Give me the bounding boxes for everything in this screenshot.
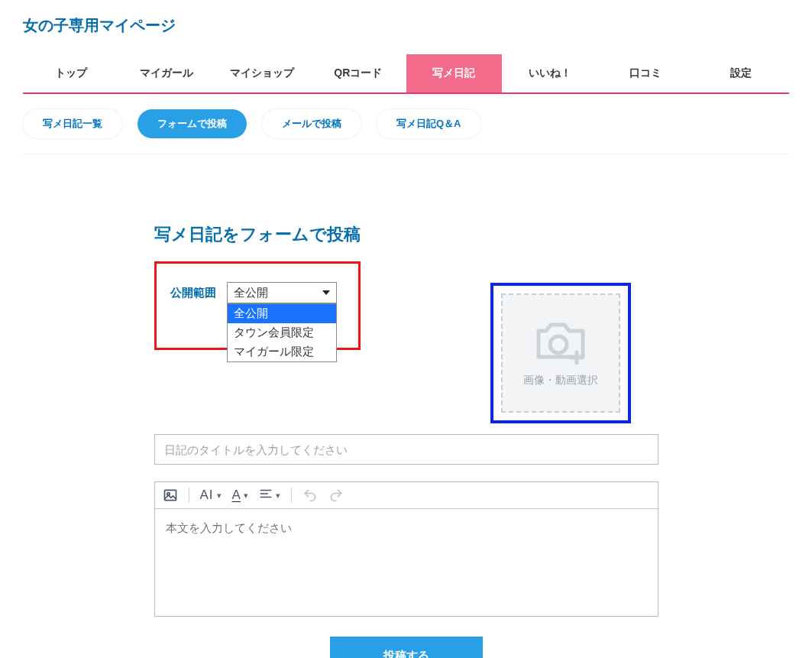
tab-settings[interactable]: 設定 [694,54,789,92]
tab-mygirl[interactable]: マイガール [118,54,214,92]
visibility-select-dropdown: 全公開 タウン会員限定 マイガール限定 [227,303,337,362]
svg-point-0 [550,336,567,353]
pill-diary-faq[interactable]: 写メ日記Q＆A [377,109,481,138]
tab-photo-diary[interactable]: 写メ日記 [406,54,502,92]
visibility-option-all[interactable]: 全公開 [228,304,336,323]
editor-body[interactable]: 本文を入力してください [155,509,658,616]
toolbar-divider [189,488,189,503]
visibility-option-mygirl[interactable]: マイガール限定 [228,342,336,361]
pill-diary-list[interactable]: 写メ日記一覧 [23,109,122,138]
pill-post-mail[interactable]: メールで投稿 [262,109,361,138]
sub-nav: 写メ日記一覧 フォームで投稿 メールで投稿 写メ日記Q＆A [23,94,789,154]
chevron-down-icon: ▾ [244,491,248,501]
media-picker-label: 画像・動画選択 [523,374,598,387]
post-button[interactable]: 投稿する [330,637,483,658]
camera-add-icon [532,319,589,365]
visibility-label: 公開範囲 [170,286,216,300]
page-title: 女の子専用マイページ [23,0,789,54]
pill-post-form[interactable]: フォームで投稿 [137,109,247,138]
ai-assist-button[interactable]: AI ▾ [200,488,222,503]
visibility-select-display[interactable]: 全公開 [227,282,337,303]
tab-qrcode[interactable]: QRコード [310,54,406,92]
tab-review[interactable]: 口コミ [597,54,693,92]
visibility-highlight-box: 公開範囲 全公開 全公開 タウン会員限定 マイガール限定 [154,261,361,350]
text-color-button[interactable]: A ▾ [232,488,248,503]
align-left-icon [259,487,273,504]
section-title: 写メ日記をフォームで投稿 [154,223,658,246]
diary-body-editor: AI ▾ A ▾ ▾ [154,481,658,617]
diary-title-input[interactable] [154,434,658,465]
tab-top[interactable]: トップ [23,54,118,92]
undo-button[interactable] [302,488,318,503]
media-highlight-box: 画像・動画選択 [490,283,631,423]
ai-assist-label: AI [200,488,214,503]
redo-button[interactable] [328,488,344,503]
tab-like[interactable]: いいね！ [502,54,597,92]
editor-toolbar: AI ▾ A ▾ ▾ [155,482,658,509]
chevron-down-icon: ▾ [276,491,280,501]
visibility-selected-value: 全公開 [234,286,268,300]
svg-rect-3 [164,490,176,500]
align-button[interactable]: ▾ [259,487,280,504]
media-picker[interactable]: 画像・動画選択 [501,293,620,413]
insert-image-icon[interactable] [163,488,178,503]
visibility-select[interactable]: 全公開 全公開 タウン会員限定 マイガール限定 [227,282,337,303]
visibility-option-town-members[interactable]: タウン会員限定 [228,323,336,342]
chevron-down-icon: ▾ [217,491,222,501]
toolbar-divider [291,488,292,503]
text-color-label: A [232,488,241,503]
main-tabs: トップ マイガール マイショップ QRコード 写メ日記 いいね！ 口コミ 設定 [23,54,789,94]
tab-myshop[interactable]: マイショップ [215,54,310,92]
